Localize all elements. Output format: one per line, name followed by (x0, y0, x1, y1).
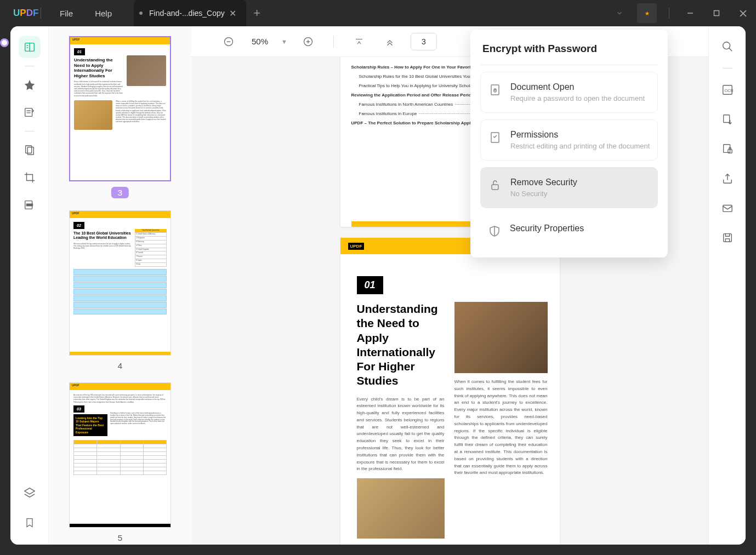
document-page-chapter: UPDF 01 Understanding the Need to Apply … (340, 238, 560, 545)
crop-tool-button[interactable] (19, 167, 41, 188)
illustration-1 (454, 302, 548, 373)
svg-rect-8 (25, 108, 32, 117)
zoom-out-button[interactable] (219, 32, 238, 52)
zoom-dropdown-icon[interactable]: ▼ (281, 38, 287, 45)
right-tool-rail: OCR (708, 26, 746, 545)
unlock-icon (487, 178, 503, 193)
search-button[interactable] (717, 36, 738, 57)
shield-icon (487, 224, 502, 239)
svg-point-27 (723, 42, 730, 49)
thumbnail-page-4[interactable]: 02 The 10 Best Global Universities Leadi… (61, 210, 179, 370)
svg-text:OCR: OCR (724, 88, 733, 93)
redact-tool-button[interactable] (19, 194, 41, 216)
app-logo: UPDF (0, 8, 33, 19)
encrypt-security-properties[interactable]: Security Properties (480, 215, 658, 248)
menu-file[interactable]: File (49, 9, 84, 18)
document-view: 50% ▼ Scholarship Rules – How to Apply F… (191, 26, 708, 545)
window-maximize-button[interactable] (703, 0, 730, 26)
tab-add-button[interactable]: + (246, 6, 268, 20)
highlight-tool-button[interactable] (19, 74, 41, 96)
encrypt-panel-title: Encrypt with Password (480, 39, 658, 65)
svg-rect-35 (723, 234, 731, 242)
titlebar: UPDF File Help Find-and-...dies_Copy ✕ +… (0, 0, 756, 26)
prev-page-button[interactable] (380, 32, 400, 52)
window-minimize-button[interactable] (677, 0, 703, 26)
thumbnail-page-5[interactable]: An overview of the top 700 universities … (61, 382, 179, 542)
page-number-input[interactable] (411, 33, 437, 50)
chapter-number: 01 (357, 276, 383, 294)
tab-close-icon[interactable]: ✕ (229, 8, 236, 19)
organize-pages-button[interactable] (19, 139, 41, 161)
svg-rect-36 (725, 239, 729, 242)
app-body: 01 Understanding the Need to Apply Inter… (10, 26, 746, 545)
zoom-in-button[interactable] (298, 32, 318, 52)
save-button[interactable] (717, 227, 738, 248)
bookmarks-button[interactable] (19, 512, 41, 534)
thumbnail-panel: 01 Understanding the Need to Apply Inter… (49, 26, 191, 545)
body-paragraph-1: Every child's dream is to be part of an … (357, 396, 445, 473)
document-tab[interactable]: Find-and-...dies_Copy ✕ (134, 0, 246, 26)
edge-marker (0, 38, 9, 47)
illustration-2 (357, 478, 445, 539)
protect-button[interactable] (717, 139, 738, 159)
svg-rect-31 (723, 115, 729, 123)
encrypt-document-open[interactable]: Document Open Require a password to open… (480, 72, 658, 113)
profile-badge[interactable]: ★ (637, 3, 657, 23)
first-page-button[interactable] (349, 32, 369, 52)
layers-button[interactable] (19, 482, 41, 504)
encrypt-remove-security[interactable]: Remove Security No Security (480, 167, 658, 208)
email-button[interactable] (717, 198, 738, 219)
svg-rect-25 (492, 185, 498, 190)
chapter-title: Understanding the Need to Apply Internat… (357, 302, 445, 388)
convert-button[interactable] (717, 109, 738, 130)
zoom-level: 50% (249, 37, 270, 46)
svg-line-28 (729, 48, 732, 52)
svg-rect-34 (723, 205, 732, 212)
svg-rect-1 (714, 11, 719, 16)
tab-pin-icon (139, 12, 143, 15)
encrypt-permissions[interactable]: Permissions Restrict editing and printin… (480, 119, 658, 161)
left-tool-rail (10, 26, 49, 545)
encrypt-panel: Encrypt with Password Document Open Requ… (470, 30, 668, 258)
ocr-button[interactable]: OCR (717, 79, 738, 100)
svg-marker-15 (24, 488, 34, 494)
share-button[interactable] (717, 168, 738, 189)
document-lock-icon (487, 82, 503, 98)
permissions-icon (487, 130, 503, 145)
window-close-button[interactable] (730, 0, 756, 26)
thumbnail-page-3[interactable]: 01 Understanding the Need to Apply Inter… (61, 36, 179, 198)
tab-title: Find-and-...dies_Copy (149, 9, 225, 18)
svg-rect-14 (26, 204, 32, 206)
edit-text-button[interactable] (19, 101, 41, 123)
reader-mode-button[interactable] (19, 36, 41, 58)
menu-help[interactable]: Help (84, 9, 123, 18)
body-paragraph-2: When it comes to fulfilling the student … (454, 379, 548, 477)
chevron-down-icon[interactable] (606, 9, 633, 17)
